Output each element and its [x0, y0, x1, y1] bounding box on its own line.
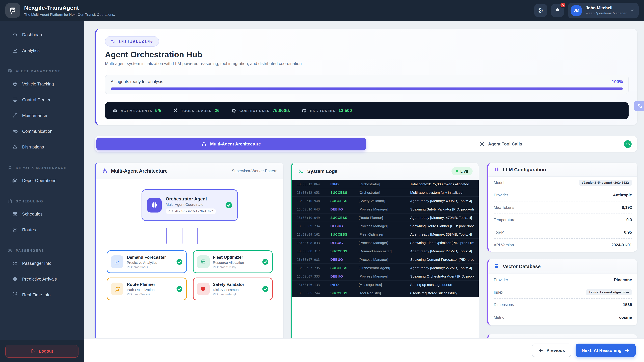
log-list[interactable]: 13:30:12.064 INFO [Orchestrator] Total c…: [292, 180, 479, 297]
stat-icon: [173, 108, 178, 113]
bus-logo-icon: [9, 6, 17, 14]
worker-role: Risk Assessment: [213, 287, 258, 292]
sidebar-item[interactable]: Depot Operations: [0, 173, 84, 188]
log-message: Spawning Route Planner [PID: proc-9aasu7…: [410, 224, 474, 228]
sidebar-item[interactable]: Control Center: [0, 92, 84, 108]
status-badge: ⚙⚙ INITIALIZING: [105, 36, 159, 46]
app-root: Nexgile-TransAgent The Multi-Agent Platf…: [0, 0, 644, 362]
sidebar-item-icon: [12, 260, 18, 266]
tab-agent-tool-calls[interactable]: Agent Tool Calls 15: [366, 138, 636, 150]
panels-row: Multi-Agent Architecture Supervisor-Work…: [94, 163, 637, 362]
sidebar-item[interactable]: Communication: [0, 123, 84, 139]
config-label: Temperature: [494, 218, 515, 222]
config-label: Provider: [494, 193, 508, 197]
previous-button[interactable]: Previous: [532, 344, 572, 357]
sidebar-item-label: Maintenance: [22, 113, 47, 118]
log-message: 6 tools registered successfully: [410, 291, 474, 295]
sidebar-item[interactable]: Real-Time Info: [0, 287, 84, 303]
worker-icon-tile: [197, 255, 210, 268]
log-level: DEBUG: [330, 224, 356, 228]
sidebar-item[interactable]: Dashboard: [0, 27, 84, 42]
sidebar-item[interactable]: DEPOT & MAINTENANCE: [0, 163, 84, 173]
worker-agents-grid: Demand Forecaster Predictive Analytics P…: [96, 250, 284, 300]
log-source: [Process Manager]: [358, 274, 408, 278]
sidebar-item[interactable]: Schedules: [0, 206, 84, 222]
sidebar-item-label: Control Center: [22, 97, 50, 102]
worker-agent-card: Route Planner Path Optimization PID: pro…: [107, 278, 187, 300]
check-circle-icon: [176, 258, 183, 265]
logout-button[interactable]: Logout: [5, 345, 78, 358]
config-label: Index: [494, 290, 503, 294]
progress-card: All agents ready for analysis 100%: [105, 75, 628, 94]
next-ai-reasoning-button[interactable]: Next: AI Reasoning: [576, 344, 636, 357]
logout-section: Logout: [0, 340, 84, 362]
progress-bar-fill: [111, 87, 623, 90]
log-row: 13:30:06.133 INFO [Message Bus] Setting …: [292, 281, 479, 289]
log-level: SUCCESS: [330, 249, 356, 253]
sidebar-item-label: Predictive Arrivals: [22, 277, 57, 282]
footer-bar: Previous Next: AI Reasoning: [84, 338, 644, 362]
stat-icon: [112, 108, 118, 113]
sidebar-item-label: Schedules: [22, 212, 42, 217]
sidebar-item[interactable]: PASSENGERS: [0, 245, 84, 255]
sidebar-item[interactable]: Routes: [0, 222, 84, 238]
log-level: SUCCESS: [330, 291, 356, 295]
sidebar-item-icon: [12, 32, 18, 37]
sidebar-item[interactable]: SCHEDULING: [0, 196, 84, 206]
sidebar-item-label: PASSENGERS: [16, 249, 44, 252]
sidebar-item-icon: [8, 199, 12, 204]
sidebar-item[interactable]: Passenger Info: [0, 255, 84, 271]
arrow-left-icon: [538, 348, 544, 353]
settings-button[interactable]: ⚙: [534, 4, 547, 17]
sidebar-item-icon: [8, 68, 12, 73]
log-level: DEBUG: [330, 274, 356, 278]
notifications-button[interactable]: 5: [551, 4, 564, 17]
sidebar-item-label: Depot Operations: [22, 178, 56, 183]
check-circle-icon: [262, 286, 269, 292]
stat-label: ACTIVE AGENTS: [121, 109, 152, 112]
log-message: Setting up message queue: [410, 283, 474, 287]
config-column: LLM Configuration Model claude-3-5-sonne…: [487, 163, 637, 362]
config-value: 2024-01-01: [611, 243, 632, 247]
sidebar-item[interactable]: Maintenance: [0, 108, 84, 123]
log-message: Spawning Demand Forecaster [PID: proc-3o…: [410, 257, 474, 261]
sidebar-nav: Dashboard Analytics FLEET MANAGEMENT Veh…: [0, 21, 84, 340]
avatar: JM: [570, 4, 582, 16]
sidebar-item[interactable]: Predictive Arrivals: [0, 271, 84, 287]
architecture-panel-title: Multi-Agent Architecture: [111, 168, 168, 173]
user-menu[interactable]: JM John Mitchell Fleet Operations Manage…: [568, 2, 639, 18]
config-value: 8,192: [622, 205, 632, 210]
log-timestamp: 13:30:10.049: [297, 216, 328, 219]
config-value: 0.3: [626, 218, 632, 222]
config-label: API Version: [494, 243, 514, 247]
log-level: SUCCESS: [330, 191, 356, 194]
stat-item: ACTIVE AGENTS 5/5: [112, 108, 161, 113]
sidebar-item[interactable]: Disruptions: [0, 139, 84, 155]
log-row: 13:30:08.833 DEBUG [Process Manager] Spa…: [292, 239, 479, 247]
config-row: Index transit-knowledge-base: [494, 286, 632, 299]
sidebar-item[interactable]: Analytics: [0, 42, 84, 58]
tab-multi-agent-architecture[interactable]: Multi-Agent Architecture: [96, 138, 366, 150]
orchestrator-tile: [147, 198, 162, 213]
log-row: 13:30:07.983 DEBUG [Process Manager] Spa…: [292, 255, 479, 264]
stat-value: 75,000tk: [273, 108, 290, 113]
translate-widget-button[interactable]: [634, 101, 644, 111]
config-row: Max Tokens 8,192: [494, 201, 632, 214]
orchestrator-role: Multi-Agent Coordinator: [166, 202, 221, 206]
sidebar-item[interactable]: Vehicle Tracking: [0, 76, 84, 92]
worker-agent-card: Demand Forecaster Predictive Analytics P…: [107, 250, 187, 273]
app-tagline: The Multi-Agent Platform for Next-Gen Tr…: [24, 12, 115, 16]
log-timestamp: 13:30:09.734: [297, 224, 328, 228]
worker-pid: PID: proc-9aasu7: [127, 293, 172, 296]
sidebar-item[interactable]: FLEET MANAGEMENT: [0, 66, 84, 76]
log-message: Multi-agent system fully initialized: [410, 190, 474, 194]
brand: Nexgile-TransAgent The Multi-Agent Platf…: [5, 3, 115, 18]
stat-item: TOOLS LOADED 26: [173, 108, 220, 113]
config-row: Top-P 0.95: [494, 226, 632, 239]
config-label: Metric: [494, 315, 504, 319]
log-source: [Demand Forecaster]: [358, 249, 408, 253]
check-circle-icon: [262, 258, 269, 265]
log-message: Spawning Orchestrator Agent [PID: proc-w…: [410, 274, 474, 278]
sidebar: Dashboard Analytics FLEET MANAGEMENT Veh…: [0, 21, 84, 362]
log-timestamp: 13:30:07.333: [297, 274, 328, 278]
